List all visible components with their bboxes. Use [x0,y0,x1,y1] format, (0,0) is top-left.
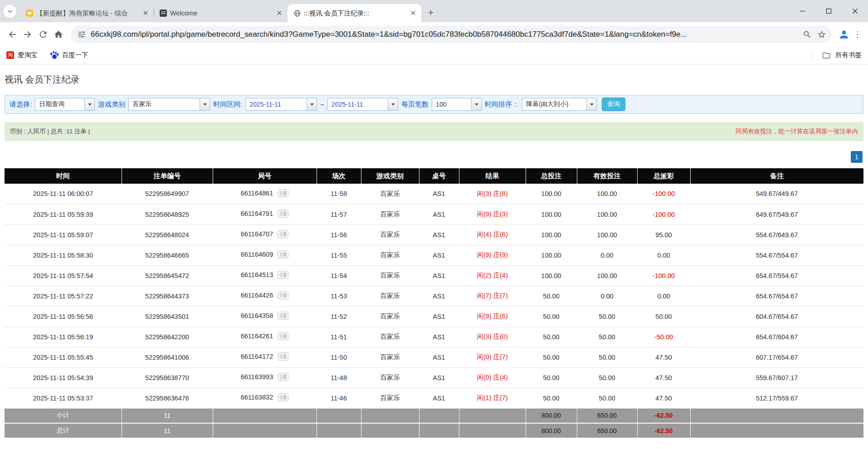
chevron-down-icon[interactable] [586,98,596,110]
cell-total-bet[interactable]: 100.00 [526,184,577,204]
profile-button[interactable] [836,27,852,42]
baidu-paw-icon [50,51,59,59]
round-cards-icon[interactable] [278,250,288,260]
cell-total-bet[interactable]: 50.00 [526,306,577,327]
tab-welcome[interactable]: Welcome ✕ [154,4,288,22]
browser-menu-button[interactable]: ⋮ [852,27,863,42]
zoom-button[interactable] [800,27,814,42]
round-cards-icon[interactable] [278,393,288,403]
maximize-button[interactable] [815,0,842,22]
date-from-select[interactable]: 2025-11-11 [245,98,317,111]
tab-close-icon[interactable]: ✕ [141,9,150,18]
table-row: 2025-11-11 05:56:19 522958642200 6611642… [5,327,863,347]
table-footer: 小计 11 800.00 650.00 -62.50 总计 11 800.00 … [5,408,863,438]
round-cards-icon[interactable] [278,210,288,219]
sort-select[interactable]: 降幕(由大到小) [522,98,597,111]
taobao-icon: 淘 [6,51,14,59]
chevron-down-icon[interactable] [200,98,210,110]
page-title: 视讯 会员下注纪录 [0,64,868,86]
per-page-select[interactable]: 100 [432,98,482,111]
result-banker: 庄(7) [493,394,508,401]
round-cards-icon[interactable] [278,189,288,199]
cell-payout: 47.50 [637,388,690,408]
cell-time: 2025-11-11 06:00:07 [5,184,122,204]
result-banker: 庄(9) [493,251,508,259]
cell-note: 654.67/654.67 [690,286,863,306]
cell-note: 549.67/449.67 [690,184,863,204]
cell-total-bet[interactable]: 50.00 [526,367,577,388]
result-player: 闲(9) [477,312,491,320]
chevron-down-icon[interactable] [388,98,398,110]
summary-note: 同局有效投注，统一计算在该局第一张注单内 [736,127,858,136]
cell-game-type: 百家乐 [361,327,419,347]
cell-valid-bet: 100.00 [577,224,637,245]
result-player: 闲(9) [477,210,491,218]
cell-bet-id: 522958638770 [122,367,213,388]
query-mode-select[interactable]: 日期查询 [35,98,95,111]
back-button[interactable] [5,27,20,42]
tab-search-button[interactable] [4,5,16,18]
page-1-button[interactable]: 1 [851,151,863,163]
cell-time: 2025-11-11 05:56:19 [5,327,122,347]
cell-total-bet[interactable]: 50.00 [526,388,577,408]
cell-round: 661164426 [213,286,317,306]
bookmark-star-button[interactable] [814,27,829,42]
cell-total-bet[interactable]: 50.00 [526,327,577,347]
chevron-down-icon[interactable] [84,98,94,110]
cell-total-bet[interactable]: 50.00 [526,347,577,367]
round-id: 661164513 [241,271,273,278]
cell-round: 661163993 [213,367,317,388]
all-bookmarks-button[interactable]: 所有书签 [812,51,862,60]
cell-total-bet[interactable]: 100.00 [526,224,577,245]
minimize-button[interactable] [789,0,815,22]
close-window-button[interactable] [842,0,868,22]
result-player: 闲(1) [477,394,491,401]
cell-note: 649.67/549.67 [690,204,863,224]
round-cards-icon[interactable] [278,312,288,321]
site-settings-icon[interactable] [77,30,86,39]
cell-round: 661164172 [213,347,317,367]
cell-total-bet[interactable]: 100.00 [526,265,577,286]
folder-icon [822,51,831,60]
home-button[interactable] [51,27,66,42]
new-tab-button[interactable]: + [424,6,438,20]
cell-table-no: AS1 [419,286,459,306]
result-player: 闲(0) [477,374,491,381]
tab-close-icon[interactable]: ✕ [409,9,418,18]
search-button[interactable]: 查询 [602,98,625,111]
forward-button[interactable] [20,27,35,42]
tab-close-icon[interactable]: ✕ [275,9,284,18]
round-id: 661164358 [241,312,273,319]
cell-valid-bet: 100.00 [577,184,637,204]
bookmark-baidu[interactable]: 百度一下 [50,51,88,59]
tab-strip: 【新提醒】海燕策略论坛 - 综合 ✕ Welcome ✕ :::视讯 会员下注纪… [0,0,868,22]
tab-forum[interactable]: 【新提醒】海燕策略论坛 - 综合 ✕ [20,4,154,22]
cell-total-bet[interactable]: 100.00 [526,204,577,224]
address-bar[interactable]: 66cxkj98.com/ipl/portal.php/game/betreco… [71,26,832,43]
table-row: 2025-11-11 05:56:56 522958643501 6611643… [5,306,863,327]
date-to-select[interactable]: 2025-11-11 [327,98,398,111]
round-cards-icon[interactable] [278,230,288,239]
round-cards-icon[interactable] [278,291,288,301]
bookmark-taobao[interactable]: 淘 爱淘宝 [6,51,38,59]
bookmark-label: 百度一下 [62,51,88,59]
chevron-down-icon[interactable] [307,98,317,110]
round-cards-icon[interactable] [278,271,288,280]
round-cards-icon[interactable] [278,352,288,362]
round-cards-icon[interactable] [278,373,288,382]
cell-total-bet[interactable]: 50.00 [526,286,577,306]
reload-button[interactable] [35,27,51,42]
page-content: 视讯 会员下注纪录 请选择: 日期查询 游戏类别 百家乐 时间区间: 2025-… [0,64,868,449]
sort-label: 时间排序： [485,100,519,109]
select-label: 请选择: [10,100,32,109]
round-cards-icon[interactable] [278,332,288,342]
game-type-select[interactable]: 百家乐 [128,98,210,111]
cell-result: 闲(4) 庄(6) [459,224,526,245]
cell-time: 2025-11-11 05:54:39 [5,367,122,388]
tab-bet-record[interactable]: :::视讯 会员下注纪录::: ✕ [288,4,421,22]
cell-round: 661164261 [213,327,317,347]
cell-session: 11-54 [317,265,361,286]
chevron-down-icon[interactable] [471,98,481,110]
cell-time: 2025-11-11 05:58:30 [5,245,122,265]
cell-total-bet[interactable]: 100.00 [526,245,577,265]
